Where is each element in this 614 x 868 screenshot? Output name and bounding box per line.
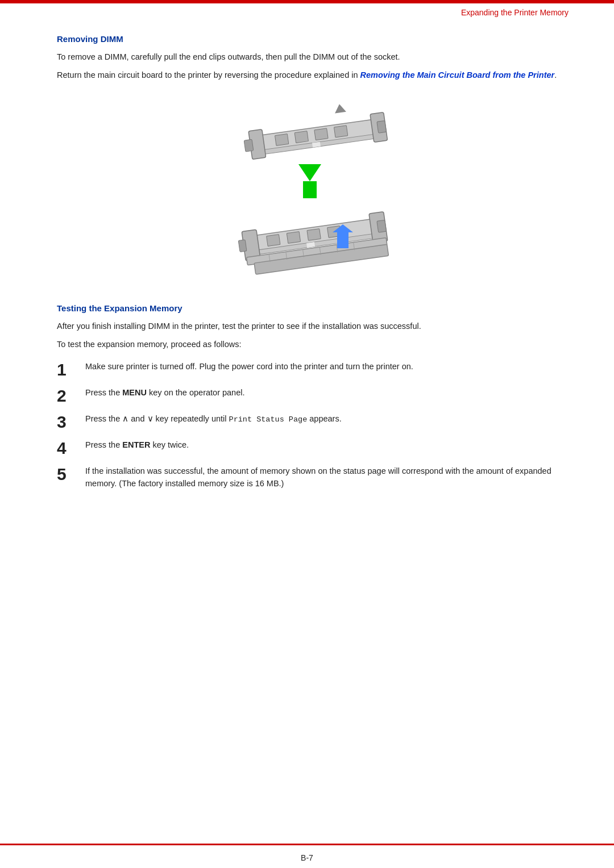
para2-prefix: Return the main circuit board to the pri… [57, 70, 360, 80]
top-bar [0, 0, 614, 3]
step-1: 1 Make sure printer is turned off. Plug … [57, 360, 569, 378]
step-3-text: Press the ∧ and ∨ key repeatedly until P… [85, 412, 569, 426]
svg-rect-4 [334, 126, 347, 137]
svg-marker-12 [298, 164, 321, 181]
para2-link[interactable]: Removing the Main Circuit Board from the… [360, 70, 555, 80]
svg-rect-22 [238, 240, 247, 252]
step-1-text: Make sure printer is turned off. Plug th… [85, 360, 569, 373]
step-3-number: 3 [57, 412, 85, 431]
main-content: Removing DIMM To remove a DIMM, carefull… [57, 34, 569, 834]
section-removing-dimm: Removing DIMM To remove a DIMM, carefull… [57, 34, 569, 286]
svg-rect-3 [314, 128, 328, 140]
svg-rect-16 [287, 232, 300, 244]
menu-keyword: MENU [122, 388, 147, 397]
step-4-number: 4 [57, 439, 85, 457]
bottom-bar [0, 844, 614, 845]
svg-rect-17 [307, 229, 321, 241]
testing-para1: After you finish installing DIMM in the … [57, 320, 569, 332]
step-2: 2 Press the MENU key on the operator pan… [57, 386, 569, 404]
page-number: B-7 [301, 853, 313, 862]
step-3: 3 Press the ∧ and ∨ key repeatedly until… [57, 412, 569, 431]
svg-marker-11 [334, 103, 346, 114]
header-title: Expanding the Printer Memory [461, 8, 569, 17]
step-2-text: Press the MENU key on the operator panel… [85, 386, 569, 399]
step-5-number: 5 [57, 465, 85, 483]
para2-suffix: . [554, 70, 557, 80]
svg-rect-10 [377, 120, 387, 133]
svg-rect-2 [294, 131, 308, 143]
steps-list: 1 Make sure printer is turned off. Plug … [57, 360, 569, 490]
svg-rect-33 [337, 232, 349, 248]
step-4-text: Press the ENTER key twice. [85, 439, 569, 451]
svg-rect-24 [377, 220, 387, 232]
svg-rect-1 [275, 133, 289, 145]
removing-dimm-para1: To remove a DIMM, carefully pull the end… [57, 51, 569, 63]
step-4: 4 Press the ENTER key twice. [57, 439, 569, 457]
removing-dimm-heading: Removing DIMM [57, 34, 569, 44]
svg-rect-15 [267, 235, 280, 247]
dimm-diagram-svg [210, 93, 415, 286]
header: Expanding the Printer Memory [0, 8, 614, 17]
step-1-number: 1 [57, 360, 85, 378]
section-testing-expansion: Testing the Expansion Memory After you f… [57, 303, 569, 490]
step-5: 5 If the installation was successful, th… [57, 465, 569, 490]
down-arrow [298, 164, 321, 198]
step-5-text: If the installation was successful, the … [85, 465, 569, 490]
svg-rect-13 [303, 181, 317, 198]
diagram-area [57, 93, 569, 286]
removing-dimm-para2: Return the main circuit board to the pri… [57, 69, 569, 81]
testing-para2: To test the expansion memory, proceed as… [57, 338, 569, 350]
svg-rect-8 [244, 139, 254, 152]
footer: B-7 [0, 853, 614, 862]
testing-expansion-heading: Testing the Expansion Memory [57, 303, 569, 313]
print-status-code: Print Status Page [229, 415, 308, 424]
step-2-number: 2 [57, 386, 85, 404]
enter-keyword: ENTER [122, 440, 150, 449]
